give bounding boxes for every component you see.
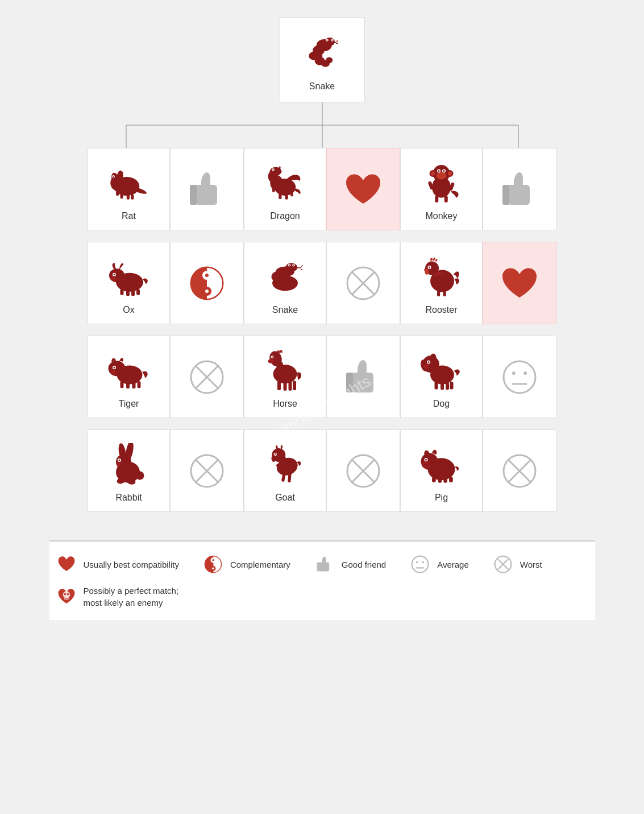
rooster-label: Rooster: [425, 305, 457, 315]
svg-rect-118: [346, 373, 353, 392]
ox-compat-icon: [184, 261, 230, 306]
legend-comp-svg: [203, 554, 223, 575]
dog-compat-icon: [497, 354, 542, 400]
rabbit-card: Rabbit: [88, 429, 170, 512]
legend-worst: Worst: [492, 553, 542, 576]
rat-card: Rat: [88, 148, 170, 230]
svg-rect-67: [131, 290, 135, 296]
cell-rooster: Rooster: [400, 242, 556, 324]
svg-point-113: [268, 359, 275, 363]
svg-rect-180: [317, 562, 319, 571]
pig-svg: [420, 443, 463, 486]
svg-rect-168: [432, 477, 436, 482]
cell-dog: Dog: [400, 336, 556, 418]
svg-point-183: [422, 561, 425, 564]
svg-point-5: [326, 57, 333, 63]
monkey-compat: [483, 148, 556, 230]
legend-average-icon: [409, 553, 431, 576]
svg-point-49: [437, 172, 447, 180]
rooster-compat: [483, 242, 556, 324]
legend-complementary: Complementary: [202, 553, 290, 576]
legend-thumb-svg: [314, 554, 335, 575]
tree-connector: [49, 102, 595, 148]
dragon-compat-icon: [340, 167, 386, 212]
svg-rect-129: [446, 383, 449, 390]
rabbit-svg: [107, 443, 150, 486]
svg-rect-104: [138, 381, 141, 388]
row-1: Rat: [88, 148, 556, 230]
svg-rect-56: [435, 196, 438, 203]
svg-point-141: [117, 463, 121, 466]
dragon-svg: [264, 162, 306, 204]
horse-icon: [260, 345, 311, 396]
svg-point-52: [438, 170, 440, 172]
svg-rect-29: [116, 192, 119, 196]
dog-label: Dog: [433, 399, 450, 409]
svg-rect-40: [285, 193, 288, 200]
svg-rect-84: [301, 265, 303, 267]
svg-point-92: [429, 267, 430, 268]
goat-svg: [264, 443, 306, 486]
rat-compat-icon: [184, 167, 230, 212]
svg-point-97: [109, 361, 126, 376]
legend-best-label: Usually best compatibility: [84, 560, 179, 569]
cell-monkey: Monkey: [400, 148, 556, 230]
legend-best-icon: [55, 553, 78, 576]
rabbit-compat: [170, 429, 244, 512]
svg-rect-170: [443, 478, 447, 483]
svg-point-63: [114, 274, 115, 275]
dog-compat: [483, 336, 556, 418]
svg-rect-30: [190, 185, 197, 205]
svg-rect-57: [444, 196, 448, 203]
svg-point-10: [331, 39, 333, 40]
cell-goat: Goat: [244, 429, 400, 512]
rooster-card: Rooster: [400, 242, 483, 324]
svg-point-99: [114, 367, 115, 369]
cell-rat: Rat: [88, 148, 244, 230]
svg-rect-95: [443, 291, 446, 297]
svg-rect-102: [126, 382, 130, 389]
svg-rect-28: [131, 195, 134, 200]
svg-point-78: [285, 263, 297, 272]
main-container: Snake: [49, 17, 595, 620]
tiger-card: Tiger: [88, 336, 170, 418]
svg-point-181: [412, 556, 429, 573]
row-2: Ox: [88, 242, 556, 324]
svg-point-36: [272, 169, 273, 170]
legend-best: Usually best compatibility: [55, 553, 179, 576]
legend-worst-svg: [493, 554, 513, 575]
ox-label: Ox: [123, 305, 134, 315]
legend-complementary-label: Complementary: [230, 560, 290, 569]
dog-svg: [420, 349, 463, 392]
svg-point-191: [67, 593, 69, 596]
legend: Usually best compatibility Complementary: [49, 540, 595, 620]
svg-point-132: [512, 371, 516, 375]
svg-point-100: [110, 370, 117, 374]
legend-perfect-enemy: Possibly a perfect match; most likely an…: [55, 585, 197, 609]
snake-self-card: Snake: [244, 242, 326, 324]
svg-rect-126: [432, 369, 439, 377]
svg-rect-101: [121, 381, 124, 388]
rabbit-label: Rabbit: [115, 493, 142, 503]
horse-card: Horse: [244, 336, 326, 418]
goat-compat-icon: [340, 448, 386, 494]
svg-point-166: [423, 464, 426, 466]
svg-point-53: [443, 170, 445, 172]
svg-rect-83: [297, 267, 302, 268]
cell-dragon: Dragon: [244, 148, 400, 230]
ox-card: Ox: [88, 242, 170, 324]
svg-rect-117: [293, 381, 296, 391]
legend-pe-svg: [56, 586, 77, 607]
svg-rect-127: [435, 382, 438, 390]
cell-pig: Pig: [400, 429, 556, 512]
tiger-label: Tiger: [119, 399, 139, 409]
legend-good-friend-icon: [313, 553, 336, 576]
svg-rect-39: [279, 193, 281, 199]
rabbit-compat-icon: [184, 448, 230, 494]
monkey-icon: [416, 158, 467, 209]
svg-rect-85: [301, 268, 303, 270]
tiger-compat: [170, 336, 244, 418]
rabbit-icon: [103, 439, 155, 490]
goat-compat: [326, 429, 400, 512]
svg-rect-11: [333, 42, 337, 43]
